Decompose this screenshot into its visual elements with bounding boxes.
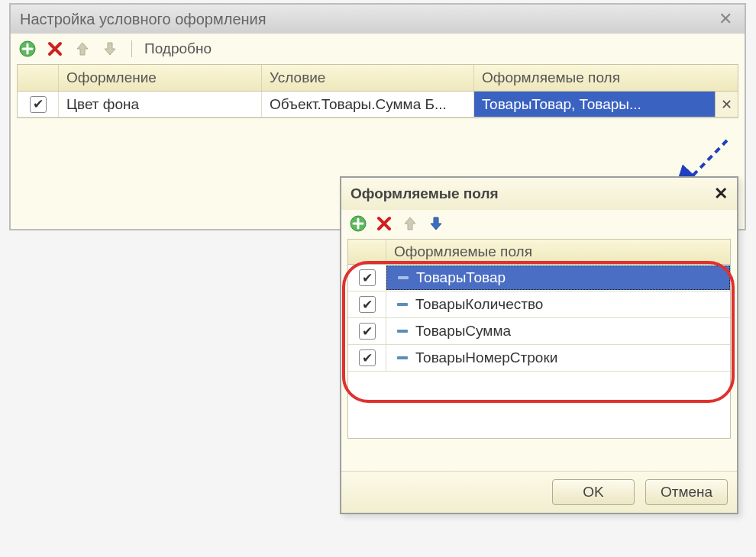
grid-header: Оформление Условие Оформляемые поля (18, 65, 738, 92)
row-check[interactable]: ✔ (348, 291, 386, 317)
row-formatting-cell[interactable]: Цвет фона (59, 92, 262, 117)
row-condition-cell[interactable]: Объект.Товары.Сумма Б... (262, 92, 474, 117)
fields-popup: Оформляемые поля ✕ Офо (340, 176, 738, 514)
checkbox-icon[interactable]: ✔ (359, 349, 376, 366)
field-icon (397, 356, 408, 359)
checkbox-icon[interactable]: ✔ (30, 96, 47, 113)
checkbox-icon[interactable]: ✔ (359, 269, 376, 286)
delete-icon[interactable] (46, 40, 64, 58)
field-item[interactable]: ТоварыКоличество (386, 293, 730, 316)
popup-grid: Оформляемые поля ✔ ТоварыТовар ✔ ТоварыК… (347, 239, 731, 439)
popup-header-col[interactable]: Оформляемые поля (386, 240, 730, 264)
row-check[interactable]: ✔ (348, 265, 386, 291)
header-check-col (18, 65, 59, 91)
row-check[interactable]: ✔ (348, 345, 386, 371)
field-icon (398, 276, 409, 279)
field-icon (397, 303, 408, 306)
field-label: ТоварыНомерСтроки (415, 349, 557, 366)
cancel-button[interactable]: Отмена (645, 479, 728, 505)
popup-title-text: Оформляемые поля (351, 185, 499, 202)
row-fields-cell[interactable]: ТоварыТовар, Товары... ✕ (474, 92, 738, 117)
list-item[interactable]: ✔ ТоварыТовар (348, 265, 730, 291)
field-label: ТоварыСумма (415, 323, 511, 340)
list-item[interactable]: ✔ ТоварыСумма (348, 318, 730, 345)
popup-header-check (348, 240, 386, 264)
grid-row[interactable]: ✔ Цвет фона Объект.Товары.Сумма Б... Тов… (18, 92, 738, 118)
main-toolbar: Подробно (11, 34, 745, 64)
arrow-down-icon[interactable] (427, 214, 445, 233)
delete-icon[interactable] (375, 214, 393, 233)
row-check-cell[interactable]: ✔ (18, 92, 59, 117)
list-item[interactable]: ✔ ТоварыНомерСтроки (348, 345, 730, 372)
ok-button[interactable]: OK (552, 479, 635, 505)
arrow-up-icon[interactable] (73, 40, 92, 58)
fields-selected-value[interactable]: ТоварыТовар, Товары... (474, 92, 715, 117)
toolbar-separator (131, 40, 132, 57)
arrow-up-icon[interactable] (401, 214, 419, 233)
main-grid: Оформление Условие Оформляемые поля ✔ Цв… (17, 64, 738, 118)
close-icon[interactable]: ✕ (714, 184, 728, 204)
popup-toolbar (341, 210, 737, 237)
add-icon[interactable] (349, 214, 367, 233)
field-label: ТоварыКоличество (415, 296, 543, 313)
header-col-formatting[interactable]: Оформление (59, 65, 262, 91)
arrow-down-icon[interactable] (101, 40, 119, 58)
popup-grid-header: Оформляемые поля (348, 240, 730, 265)
titlebar: Настройка условного оформления ✕ (11, 5, 745, 34)
field-item[interactable]: ТоварыНомерСтроки (386, 346, 730, 369)
field-item[interactable]: ТоварыСумма (386, 320, 730, 343)
close-icon[interactable]: ✕ (716, 9, 735, 29)
clear-icon[interactable]: ✕ (715, 92, 738, 117)
field-label: ТоварыТовар (416, 269, 506, 286)
window-title: Настройка условного оформления (20, 11, 267, 28)
checkbox-icon[interactable]: ✔ (359, 323, 376, 340)
list-item[interactable]: ✔ ТоварыКоличество (348, 291, 730, 318)
add-icon[interactable] (18, 40, 37, 58)
popup-footer: OK Отмена (341, 471, 737, 513)
checkbox-icon[interactable]: ✔ (359, 296, 376, 313)
detail-button[interactable]: Подробно (144, 40, 212, 57)
field-icon (397, 330, 408, 333)
field-item-selected[interactable]: ТоварыТовар (386, 266, 730, 290)
header-col-fields[interactable]: Оформляемые поля (474, 65, 738, 91)
row-check[interactable]: ✔ (348, 318, 386, 344)
popup-titlebar: Оформляемые поля ✕ (341, 178, 737, 210)
header-col-condition[interactable]: Условие (262, 65, 474, 91)
